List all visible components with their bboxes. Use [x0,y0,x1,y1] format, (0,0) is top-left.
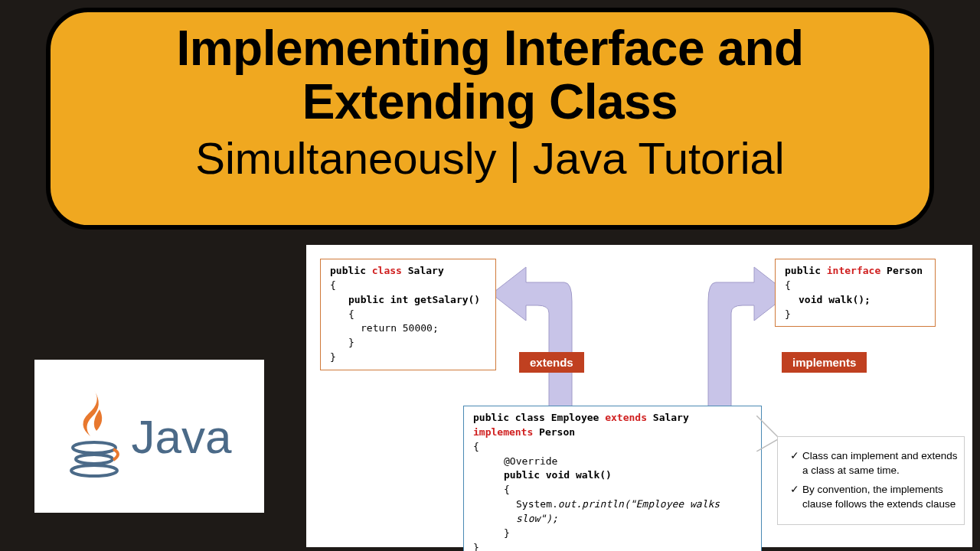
implements-label: implements [782,352,867,373]
person-interface-code: public interface Person { void walk(); } [775,259,936,327]
note-item: By convention, the implements clause fol… [790,483,958,512]
title-subtitle: Simultaneously | Java Tutorial [74,132,906,184]
diagram-panel: public class Salary { public int getSala… [306,245,972,547]
employee-class-code: public class Employee extends Salary imp… [463,406,762,551]
salary-class-code: public class Salary { public int getSala… [320,259,496,370]
title-banner: Implementing Interface and Extending Cla… [46,8,934,230]
extends-arrow-icon [492,263,614,412]
extends-label: extends [519,352,584,373]
svg-point-2 [71,465,117,476]
svg-point-0 [73,442,116,453]
implements-arrow-icon [666,263,789,412]
java-cup-icon [67,386,121,486]
java-logo-text: Java [132,409,232,464]
title-line-1: Implementing Interface and Extending Cla… [74,21,906,129]
java-logo: Java [34,360,264,513]
note-item: Class can implement and extends a class … [790,449,958,478]
svg-point-1 [76,455,113,464]
notes-callout: Class can implement and extends a class … [777,436,965,525]
